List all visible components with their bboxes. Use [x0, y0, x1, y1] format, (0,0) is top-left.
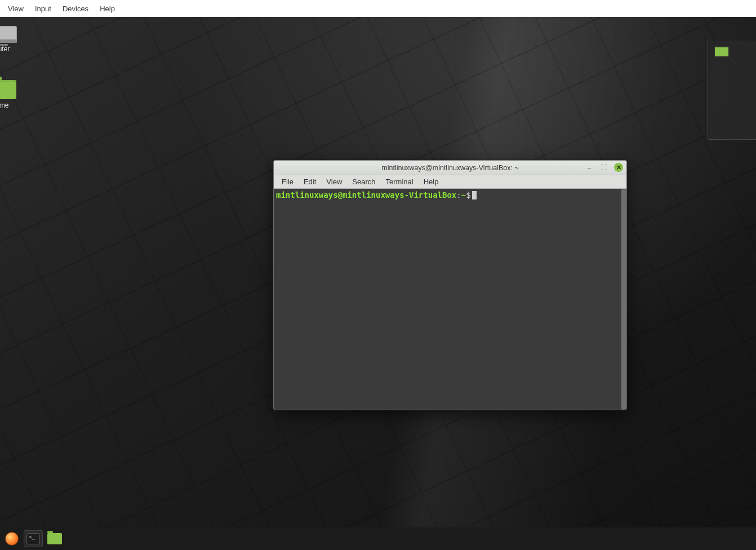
close-button[interactable]: ✕ — [614, 163, 623, 172]
minimize-button[interactable]: – — [585, 163, 594, 172]
desktop-icon-home-label: me — [0, 101, 24, 109]
desktop-icon-computer-label: uter — [0, 45, 24, 53]
bottom-panel — [0, 527, 756, 550]
panel-launcher-firefox[interactable] — [2, 530, 21, 547]
host-menu-view[interactable]: View — [2, 2, 29, 15]
terminal-prompt-line: mintlinuxways@mintlinuxways-VirtualBox:~… — [276, 190, 624, 200]
prompt-path: ~ — [461, 190, 466, 199]
terminal-menu-terminal[interactable]: Terminal — [381, 176, 418, 188]
prompt-user-host: mintlinuxways@mintlinuxways-VirtualBox — [276, 190, 456, 199]
terminal-menu-search[interactable]: Search — [348, 176, 380, 188]
maximize-button[interactable]: ⛶ — [599, 163, 608, 172]
home-folder-icon — [0, 80, 16, 99]
terminal-menu-file[interactable]: File — [277, 176, 298, 188]
panel-launcher-terminal[interactable] — [24, 530, 43, 547]
desktop-icon-home[interactable]: me — [0, 80, 24, 109]
host-menu-devices[interactable]: Devices — [57, 2, 94, 15]
host-menu-help[interactable]: Help — [94, 2, 121, 15]
panel-launcher-files[interactable] — [45, 530, 64, 547]
terminal-menubar: File Edit View Search Terminal Help — [274, 175, 626, 189]
close-icon: ✕ — [616, 164, 621, 171]
workspace-tile-icon — [714, 46, 730, 57]
terminal-body[interactable]: mintlinuxways@mintlinuxways-VirtualBox:~… — [274, 189, 626, 410]
window-titlebar[interactable]: mintlinuxways@mintlinuxways-VirtualBox: … — [274, 161, 626, 175]
window-controls: – ⛶ ✕ — [585, 163, 623, 172]
terminal-menu-help[interactable]: Help — [419, 176, 443, 188]
desktop[interactable]: uter me mintlinuxways@mintlinuxways-Virt… — [0, 17, 756, 550]
terminal-menu-edit[interactable]: Edit — [299, 176, 321, 188]
prompt-symbol: $ — [466, 190, 470, 199]
terminal-window: mintlinuxways@mintlinuxways-VirtualBox: … — [273, 160, 627, 410]
computer-icon — [0, 26, 17, 43]
terminal-cursor — [472, 191, 477, 199]
host-menu-input[interactable]: Input — [29, 2, 57, 15]
host-menubar: View Input Devices Help — [0, 0, 756, 17]
terminal-menu-view[interactable]: View — [322, 176, 346, 188]
files-icon — [47, 533, 62, 544]
workspace-switcher[interactable] — [708, 41, 756, 140]
terminal-icon — [26, 533, 40, 544]
desktop-icon-computer[interactable]: uter — [0, 26, 24, 53]
window-title: mintlinuxways@mintlinuxways-VirtualBox: … — [381, 164, 518, 172]
terminal-scrollbar[interactable] — [621, 189, 626, 410]
scrollbar-thumb[interactable] — [621, 189, 626, 410]
prompt-separator: : — [456, 190, 461, 199]
firefox-icon — [5, 532, 19, 545]
